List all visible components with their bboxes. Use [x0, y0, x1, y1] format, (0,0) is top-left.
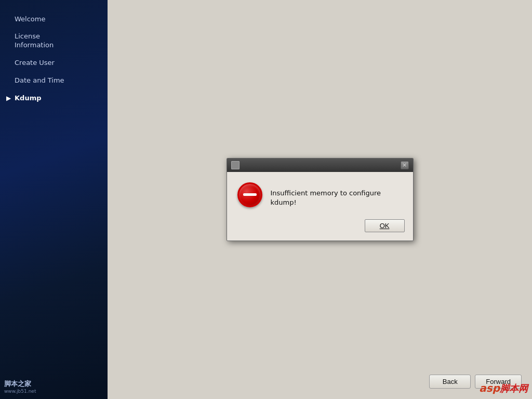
dialog-footer: OK [227, 215, 413, 241]
dialog-message: Insufficient memory to configure kdump! [271, 182, 403, 207]
sidebar-item-license-information[interactable]: LicenseInformation [0, 28, 108, 54]
watermark-brand-bottom: www.jb51.net [4, 389, 36, 395]
main-content: × Insufficient memory to configure kdump… [108, 0, 532, 399]
sidebar-item-label: Kdump [15, 94, 42, 102]
sidebar-item-label: LicenseInformation [15, 32, 54, 49]
sidebar-item-welcome[interactable]: Welcome [0, 10, 108, 28]
dialog-overlay: × Insufficient memory to configure kdump… [108, 0, 532, 399]
error-icon [237, 182, 262, 207]
bottom-right-watermark: asp脚本网 [479, 382, 528, 395]
ok-button[interactable]: OK [365, 219, 405, 232]
sidebar-item-kdump[interactable]: ▶ Kdump [0, 89, 108, 107]
sidebar: Welcome LicenseInformation Create User D… [0, 0, 108, 399]
back-button[interactable]: Back [429, 375, 471, 389]
dialog-titlebar: × [227, 158, 413, 172]
sidebar-item-label: Create User [15, 59, 55, 66]
sidebar-item-create-user[interactable]: Create User [0, 54, 108, 72]
dialog-title-icon [231, 161, 240, 169]
error-dialog: × Insufficient memory to configure kdump… [227, 158, 414, 241]
watermark-brand-top: 脚本之家 [4, 380, 36, 389]
sidebar-item-date-and-time[interactable]: Date and Time [0, 72, 108, 89]
dialog-close-button[interactable]: × [401, 161, 409, 169]
sidebar-item-label: Date and Time [15, 76, 64, 84]
arrow-icon: ▶ [6, 94, 11, 103]
sidebar-watermark: 脚本之家 www.jb51.net [4, 380, 36, 395]
dialog-body: Insufficient memory to configure kdump! [227, 172, 413, 215]
sidebar-item-label: Welcome [15, 15, 45, 23]
